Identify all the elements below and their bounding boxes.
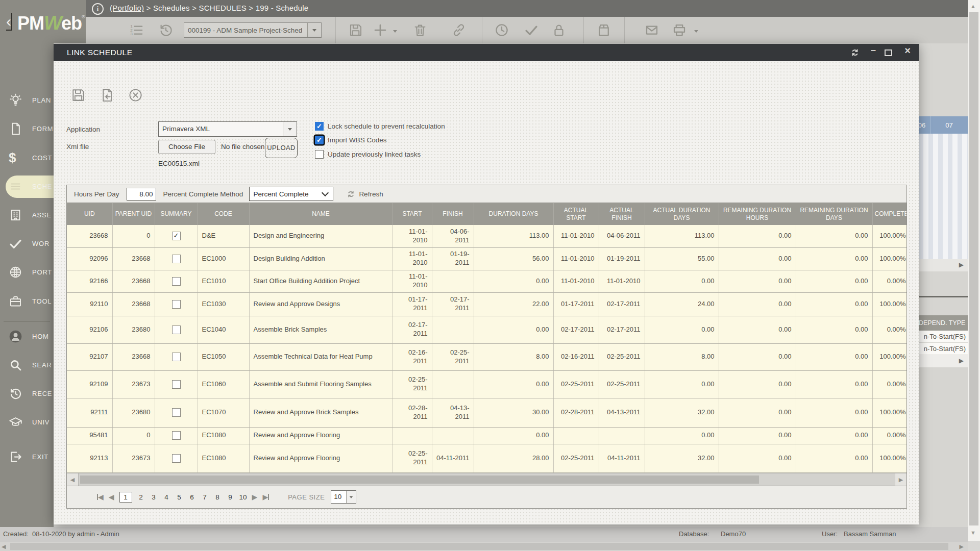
column-header-duration[interactable]: DURATION DAYS [474, 203, 553, 225]
mail-icon[interactable] [644, 22, 659, 38]
link-icon[interactable] [451, 22, 467, 38]
approve-check-icon[interactable] [524, 22, 539, 38]
sidebar-item-sear[interactable]: SEAR [0, 357, 54, 386]
print-dropdown-caret-icon[interactable] [694, 30, 698, 33]
column-header-actual_finish[interactable]: ACTUAL FINISH [599, 203, 645, 225]
add-icon[interactable] [373, 22, 388, 38]
sidebar-item-rece[interactable]: RECE [0, 386, 54, 414]
table-row[interactable]: 9211023668EC1030Review and Approve Desig… [67, 292, 906, 316]
import-wbs-checkbox[interactable]: ✓ [315, 136, 324, 144]
column-header-summary[interactable]: SUMMARY [155, 203, 198, 225]
page-size-select[interactable]: 10 [331, 490, 356, 504]
delete-icon[interactable] [412, 22, 428, 38]
summary-checkbox[interactable]: ✓ [172, 232, 181, 240]
column-header-actual_duration[interactable]: ACTUAL DURATION DAYS [645, 203, 719, 225]
table-row[interactable]: 9211123680EC1070Review and Approve Brick… [67, 398, 906, 427]
summary-checkbox[interactable] [172, 353, 181, 361]
page-number-5[interactable]: 5 [176, 493, 183, 501]
import-file-icon[interactable] [100, 88, 114, 103]
vertical-scrollbar-thumb[interactable] [969, 12, 978, 525]
column-header-rem_hours[interactable]: REMAINING DURATION HOURS [719, 203, 796, 225]
add-dropdown-caret-icon[interactable] [393, 30, 397, 33]
sidebar-item-hom[interactable]: HOM [0, 329, 54, 357]
horizontal-scrollbar[interactable]: ◀ ▶ [0, 542, 968, 551]
sidebar-item-sche[interactable]: SCHE [0, 179, 54, 207]
page-number-10[interactable]: 10 [239, 493, 247, 501]
cancel-icon[interactable] [128, 88, 143, 103]
sidebar-item-wor[interactable]: WOR [0, 236, 54, 264]
column-header-rem_days[interactable]: REMAINING DURATION DAYS [796, 203, 872, 225]
column-header-complete[interactable]: COMPLETE [872, 203, 906, 225]
dependency-type-row[interactable]: n-To-Start(FS) [919, 331, 968, 343]
grid-scrollbar-thumb[interactable] [80, 475, 759, 484]
breadcrumb-portfolio-link[interactable]: (Portfolio) [110, 4, 144, 12]
percent-method-select[interactable]: Percent Complete [249, 187, 333, 201]
column-header-parent_uid[interactable]: PARENT UID [112, 203, 155, 225]
save-icon[interactable] [348, 22, 363, 38]
numbered-list-icon[interactable]: 123 [129, 22, 144, 38]
summary-checkbox[interactable] [172, 431, 181, 440]
project-select[interactable]: 000199 - ADM Sample Project-Sched [184, 22, 322, 38]
close-icon[interactable]: × [904, 45, 911, 57]
page-number-2[interactable]: 2 [137, 493, 145, 501]
page-number-1[interactable]: 1 [119, 492, 132, 503]
column-header-actual_start[interactable]: ACTUAL START [553, 203, 599, 225]
application-select[interactable]: Primavera XML [158, 121, 297, 137]
sidebar-item-exit[interactable]: EXIT [0, 449, 54, 478]
summary-checkbox[interactable] [172, 300, 181, 309]
last-page-button[interactable]: ▶ [262, 493, 269, 501]
table-row[interactable]: 9210723668EC1050Assemble Technical Data … [67, 343, 906, 370]
print-icon[interactable] [672, 22, 687, 38]
summary-checkbox[interactable] [172, 255, 181, 263]
save-icon[interactable] [71, 88, 86, 103]
table-row[interactable]: 236680✓D&EDesign and Engineering11-01-20… [67, 225, 906, 247]
summary-checkbox[interactable] [172, 454, 181, 463]
collapse-chevron-icon[interactable]: ‹ [6, 13, 12, 31]
scroll-left-icon[interactable]: ◀ [2, 543, 6, 550]
project-select-dropdown-button[interactable] [307, 23, 321, 37]
lock-icon[interactable] [551, 22, 567, 38]
scroll-left-icon[interactable]: ◀ [67, 473, 79, 486]
summary-checkbox[interactable] [172, 277, 181, 286]
info-icon[interactable]: i [92, 3, 104, 15]
refresh-button[interactable]: Refresh [347, 190, 383, 198]
scroll-right-icon[interactable]: ▶ [960, 543, 964, 550]
page-number-6[interactable]: 6 [188, 493, 196, 501]
pmweb-logo[interactable]: ‹PMWeb® [6, 12, 85, 34]
table-row[interactable]: 9209623668EC1000Design Building Addition… [67, 247, 906, 270]
prev-page-button[interactable]: ◀ [109, 493, 114, 501]
table-row[interactable]: 9216623668EC1010Start Office Building Ad… [67, 270, 906, 292]
scroll-up-icon[interactable]: ▲ [970, 3, 976, 9]
update-linked-tasks-checkbox[interactable] [315, 150, 324, 159]
refresh-icon[interactable] [850, 48, 860, 59]
summary-checkbox[interactable] [172, 380, 181, 389]
column-header-name[interactable]: NAME [249, 203, 393, 225]
vertical-scrollbar[interactable]: ▲ ▼ [968, 0, 980, 541]
sidebar-item-form[interactable]: FORM [0, 121, 54, 149]
page-number-8[interactable]: 8 [214, 493, 222, 501]
page-number-4[interactable]: 4 [163, 493, 170, 501]
table-row[interactable]: 954810EC1080Review and Approve Flooring0… [67, 427, 906, 444]
sidebar-item-asse[interactable]: ASSE [0, 207, 54, 236]
scroll-right-icon[interactable]: ▶ [895, 473, 906, 486]
sidebar-item-univ[interactable]: UNIV [0, 414, 54, 443]
page-size-dropdown-button[interactable] [346, 491, 356, 503]
scroll-down-icon[interactable]: ▼ [970, 530, 976, 536]
sidebar-item-tool[interactable]: TOOL [0, 293, 54, 322]
clock-icon[interactable] [494, 22, 509, 38]
table-row[interactable]: 9211323673EC1080Review and Approve Floor… [67, 444, 906, 472]
grid-horizontal-scrollbar[interactable]: ◀ ▶ [67, 473, 906, 486]
next-page-icon[interactable]: ▶ [959, 261, 964, 268]
column-header-code[interactable]: CODE [198, 203, 249, 225]
first-page-button[interactable]: ◀ [97, 493, 104, 501]
page-number-9[interactable]: 9 [227, 493, 234, 501]
table-row[interactable]: 9210923673EC1060Assemble and Submit Floo… [67, 370, 906, 398]
column-header-start[interactable]: START [393, 203, 432, 225]
choose-file-button[interactable]: Choose File [158, 140, 215, 154]
sidebar-item-cost[interactable]: $COST [0, 150, 54, 179]
page-number-7[interactable]: 7 [201, 493, 209, 501]
lock-schedule-checkbox[interactable]: ✓ [315, 122, 324, 131]
column-header-finish[interactable]: FINISH [432, 203, 474, 225]
minimize-icon[interactable]: – [871, 45, 876, 56]
hours-per-day-input[interactable] [127, 188, 156, 201]
